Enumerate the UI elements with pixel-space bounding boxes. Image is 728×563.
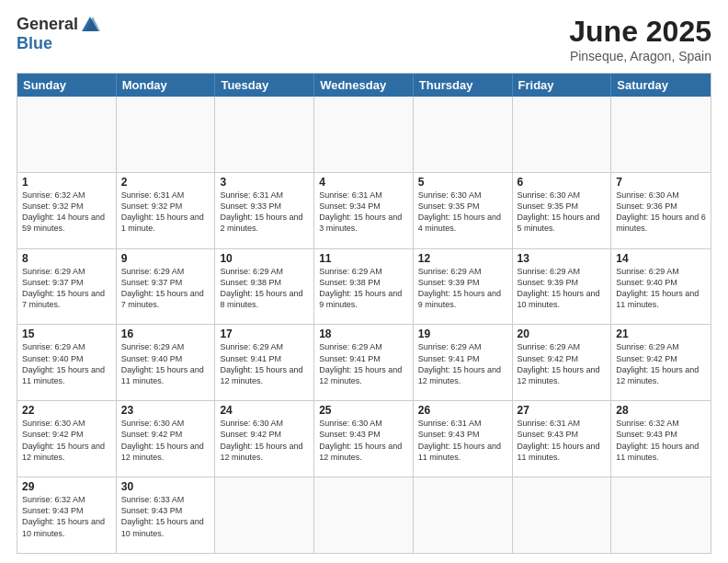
calendar-cell-2-4: 12Sunrise: 6:29 AM Sunset: 9:39 PM Dayli… bbox=[414, 249, 513, 325]
subtitle: Pinseque, Aragon, Spain bbox=[569, 49, 711, 63]
calendar-cell-2-1: 9Sunrise: 6:29 AM Sunset: 9:37 PM Daylig… bbox=[117, 249, 216, 325]
header: General Blue June 2025 Pinseque, Aragon,… bbox=[17, 15, 711, 63]
calendar-cell-0-4 bbox=[414, 97, 513, 172]
title-block: June 2025 Pinseque, Aragon, Spain bbox=[569, 15, 711, 63]
day-number: 30 bbox=[121, 480, 210, 493]
cell-info: Sunrise: 6:33 AM Sunset: 9:43 PM Dayligh… bbox=[121, 495, 204, 537]
cell-info: Sunrise: 6:30 AM Sunset: 9:42 PM Dayligh… bbox=[121, 419, 204, 461]
day-number: 27 bbox=[518, 404, 607, 417]
calendar-cell-5-3 bbox=[314, 477, 414, 553]
day-number: 9 bbox=[121, 252, 210, 265]
cell-info: Sunrise: 6:29 AM Sunset: 9:38 PM Dayligh… bbox=[220, 267, 302, 309]
calendar: SundayMondayTuesdayWednesdayThursdayFrid… bbox=[17, 73, 711, 554]
calendar-cell-1-2: 3Sunrise: 6:31 AM Sunset: 9:33 PM Daylig… bbox=[215, 173, 314, 248]
cell-info: Sunrise: 6:31 AM Sunset: 9:34 PM Dayligh… bbox=[319, 190, 402, 233]
cell-info: Sunrise: 6:30 AM Sunset: 9:42 PM Dayligh… bbox=[22, 419, 105, 461]
calendar-cell-2-2: 10Sunrise: 6:29 AM Sunset: 9:38 PM Dayli… bbox=[215, 249, 314, 325]
day-number: 7 bbox=[616, 176, 706, 189]
day-number: 24 bbox=[220, 404, 309, 417]
calendar-cell-2-0: 8Sunrise: 6:29 AM Sunset: 9:37 PM Daylig… bbox=[17, 249, 117, 325]
day-number: 15 bbox=[22, 327, 111, 340]
cell-info: Sunrise: 6:29 AM Sunset: 9:39 PM Dayligh… bbox=[518, 267, 600, 309]
day-number: 6 bbox=[518, 176, 607, 189]
calendar-cell-3-0: 15Sunrise: 6:29 AM Sunset: 9:40 PM Dayli… bbox=[17, 325, 117, 400]
calendar-row-3: 15Sunrise: 6:29 AM Sunset: 9:40 PM Dayli… bbox=[17, 324, 711, 400]
cell-info: Sunrise: 6:29 AM Sunset: 9:38 PM Dayligh… bbox=[319, 267, 402, 309]
calendar-cell-0-5 bbox=[513, 97, 612, 172]
calendar-header: SundayMondayTuesdayWednesdayThursdayFrid… bbox=[17, 74, 711, 97]
calendar-cell-4-2: 24Sunrise: 6:30 AM Sunset: 9:42 PM Dayli… bbox=[215, 401, 314, 477]
header-day-thursday: Thursday bbox=[414, 74, 513, 97]
day-number: 20 bbox=[518, 327, 607, 340]
calendar-cell-5-0: 29Sunrise: 6:32 AM Sunset: 9:43 PM Dayli… bbox=[17, 477, 117, 553]
calendar-cell-1-3: 4Sunrise: 6:31 AM Sunset: 9:34 PM Daylig… bbox=[314, 173, 414, 248]
calendar-cell-4-4: 26Sunrise: 6:31 AM Sunset: 9:43 PM Dayli… bbox=[414, 401, 513, 477]
logo-blue: Blue bbox=[17, 35, 100, 53]
day-number: 2 bbox=[121, 176, 210, 189]
day-number: 21 bbox=[616, 327, 706, 340]
cell-info: Sunrise: 6:29 AM Sunset: 9:39 PM Dayligh… bbox=[418, 267, 501, 309]
cell-info: Sunrise: 6:29 AM Sunset: 9:41 PM Dayligh… bbox=[220, 342, 302, 385]
day-number: 17 bbox=[220, 327, 309, 340]
calendar-row-2: 8Sunrise: 6:29 AM Sunset: 9:37 PM Daylig… bbox=[17, 248, 711, 325]
logo-general: General bbox=[17, 16, 78, 34]
calendar-cell-3-6: 21Sunrise: 6:29 AM Sunset: 9:42 PM Dayli… bbox=[611, 325, 711, 400]
calendar-cell-3-4: 19Sunrise: 6:29 AM Sunset: 9:41 PM Dayli… bbox=[414, 325, 513, 400]
calendar-cell-4-0: 22Sunrise: 6:30 AM Sunset: 9:42 PM Dayli… bbox=[17, 401, 117, 477]
calendar-cell-1-4: 5Sunrise: 6:30 AM Sunset: 9:35 PM Daylig… bbox=[414, 173, 513, 248]
cell-info: Sunrise: 6:32 AM Sunset: 9:32 PM Dayligh… bbox=[22, 190, 105, 233]
cell-info: Sunrise: 6:30 AM Sunset: 9:43 PM Dayligh… bbox=[319, 419, 402, 461]
day-number: 4 bbox=[319, 176, 408, 189]
day-number: 3 bbox=[220, 176, 309, 189]
calendar-cell-1-0: 1Sunrise: 6:32 AM Sunset: 9:32 PM Daylig… bbox=[17, 173, 117, 248]
cell-info: Sunrise: 6:30 AM Sunset: 9:35 PM Dayligh… bbox=[518, 190, 600, 233]
calendar-row-1: 1Sunrise: 6:32 AM Sunset: 9:32 PM Daylig… bbox=[17, 172, 711, 248]
cell-info: Sunrise: 6:32 AM Sunset: 9:43 PM Dayligh… bbox=[22, 495, 105, 537]
cell-info: Sunrise: 6:30 AM Sunset: 9:42 PM Dayligh… bbox=[220, 419, 302, 461]
day-number: 23 bbox=[121, 404, 210, 417]
calendar-cell-5-5 bbox=[513, 477, 612, 553]
day-number: 11 bbox=[319, 252, 408, 265]
header-day-wednesday: Wednesday bbox=[314, 74, 414, 97]
calendar-cell-1-5: 6Sunrise: 6:30 AM Sunset: 9:35 PM Daylig… bbox=[513, 173, 612, 248]
month-title: June 2025 bbox=[569, 15, 711, 49]
logo: General Blue bbox=[17, 15, 100, 53]
calendar-cell-4-5: 27Sunrise: 6:31 AM Sunset: 9:43 PM Dayli… bbox=[513, 401, 612, 477]
cell-info: Sunrise: 6:29 AM Sunset: 9:37 PM Dayligh… bbox=[22, 267, 105, 309]
cell-info: Sunrise: 6:31 AM Sunset: 9:43 PM Dayligh… bbox=[518, 419, 600, 461]
calendar-row-0 bbox=[17, 97, 711, 172]
calendar-cell-0-2 bbox=[215, 97, 314, 172]
day-number: 25 bbox=[319, 404, 408, 417]
header-day-saturday: Saturday bbox=[611, 74, 711, 97]
day-number: 16 bbox=[121, 327, 210, 340]
cell-info: Sunrise: 6:29 AM Sunset: 9:41 PM Dayligh… bbox=[418, 342, 501, 385]
cell-info: Sunrise: 6:29 AM Sunset: 9:42 PM Dayligh… bbox=[518, 342, 600, 385]
day-number: 12 bbox=[418, 252, 507, 265]
calendar-cell-2-5: 13Sunrise: 6:29 AM Sunset: 9:39 PM Dayli… bbox=[513, 249, 612, 325]
calendar-row-4: 22Sunrise: 6:30 AM Sunset: 9:42 PM Dayli… bbox=[17, 400, 711, 477]
day-number: 13 bbox=[518, 252, 607, 265]
calendar-cell-5-6 bbox=[611, 477, 711, 553]
calendar-cell-2-3: 11Sunrise: 6:29 AM Sunset: 9:38 PM Dayli… bbox=[314, 249, 414, 325]
day-number: 19 bbox=[418, 327, 507, 340]
header-day-friday: Friday bbox=[513, 74, 612, 97]
cell-info: Sunrise: 6:29 AM Sunset: 9:40 PM Dayligh… bbox=[616, 267, 699, 309]
cell-info: Sunrise: 6:29 AM Sunset: 9:42 PM Dayligh… bbox=[616, 342, 699, 385]
calendar-cell-1-6: 7Sunrise: 6:30 AM Sunset: 9:36 PM Daylig… bbox=[611, 173, 711, 248]
calendar-cell-3-1: 16Sunrise: 6:29 AM Sunset: 9:40 PM Dayli… bbox=[117, 325, 216, 400]
day-number: 1 bbox=[22, 176, 111, 189]
header-day-sunday: Sunday bbox=[17, 74, 117, 97]
calendar-cell-3-2: 17Sunrise: 6:29 AM Sunset: 9:41 PM Dayli… bbox=[215, 325, 314, 400]
calendar-cell-0-0 bbox=[17, 97, 117, 172]
calendar-row-5: 29Sunrise: 6:32 AM Sunset: 9:43 PM Dayli… bbox=[17, 477, 711, 553]
day-number: 14 bbox=[616, 252, 706, 265]
calendar-cell-1-1: 2Sunrise: 6:31 AM Sunset: 9:32 PM Daylig… bbox=[117, 173, 216, 248]
calendar-cell-5-2 bbox=[215, 477, 314, 553]
day-number: 28 bbox=[616, 404, 706, 417]
day-number: 29 bbox=[22, 480, 111, 493]
header-day-tuesday: Tuesday bbox=[215, 74, 314, 97]
header-day-monday: Monday bbox=[117, 74, 216, 97]
calendar-cell-0-3 bbox=[314, 97, 414, 172]
cell-info: Sunrise: 6:30 AM Sunset: 9:35 PM Dayligh… bbox=[418, 190, 501, 233]
cell-info: Sunrise: 6:29 AM Sunset: 9:40 PM Dayligh… bbox=[22, 342, 105, 385]
